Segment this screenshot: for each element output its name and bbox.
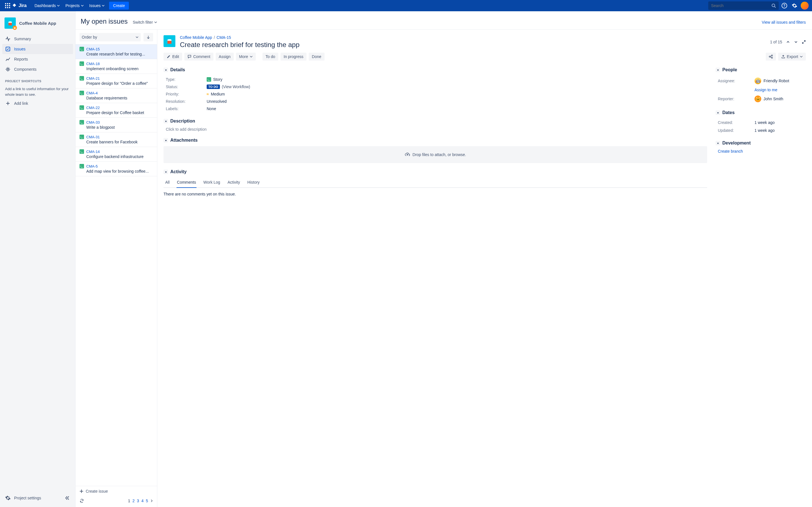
sidebar-reports[interactable]: Reports xyxy=(2,54,73,64)
tab-history[interactable]: History xyxy=(247,178,260,188)
nav-dashboards[interactable]: Dashboards xyxy=(32,3,63,8)
help-icon[interactable]: ? xyxy=(780,1,789,10)
collapse-icon[interactable]: ▾ xyxy=(716,68,720,72)
assign-to-me-link[interactable]: Assign to me xyxy=(755,88,777,92)
nav-issues[interactable]: Issues xyxy=(87,3,107,8)
status-done-button[interactable]: Done xyxy=(309,53,324,61)
switch-filter[interactable]: Switch filter xyxy=(133,20,157,24)
issues-icon xyxy=(5,46,11,52)
project-settings-link[interactable]: Project settings xyxy=(14,496,41,500)
svg-line-10 xyxy=(774,6,776,8)
comment-button[interactable]: Comment xyxy=(185,53,213,61)
search-box[interactable] xyxy=(708,1,779,10)
page-2[interactable]: 2 xyxy=(133,499,135,503)
export-button[interactable]: Export xyxy=(778,53,806,61)
edit-button[interactable]: Edit xyxy=(163,53,182,61)
user-avatar[interactable] xyxy=(801,2,809,10)
search-input[interactable] xyxy=(711,3,771,8)
issue-detail: Coffee Mobile App / CMA-15 Create resear… xyxy=(157,30,812,507)
view-workflow-link[interactable]: (View Workflow) xyxy=(222,84,250,89)
create-branch-link[interactable]: Create branch xyxy=(718,149,743,154)
issue-row[interactable]: CMA-22Prepare design for Coffee basket xyxy=(75,103,157,118)
page-5[interactable]: 5 xyxy=(146,499,148,503)
tab-all[interactable]: All xyxy=(165,178,170,188)
status-inprogress-button[interactable]: In progress xyxy=(281,53,306,61)
svg-rect-1 xyxy=(7,3,8,4)
issue-key: CMA-33 xyxy=(86,120,100,124)
issue-summary: Prepare design for Coffee basket xyxy=(80,110,153,115)
svg-point-15 xyxy=(8,21,12,22)
tab-activity[interactable]: Activity xyxy=(227,178,241,188)
plus-icon xyxy=(5,101,11,106)
pagination: 12345 xyxy=(75,496,157,507)
reports-icon xyxy=(5,56,11,62)
page-4[interactable]: 4 xyxy=(141,499,144,503)
svg-point-22 xyxy=(771,55,772,56)
no-comments-message: There are no comments yet on this issue. xyxy=(163,192,707,196)
view-all-link[interactable]: View all issues and filters xyxy=(762,20,806,24)
status-todo-button[interactable]: To do xyxy=(262,53,278,61)
create-button[interactable]: Create xyxy=(109,2,129,10)
issue-title: Create research brief for testing the ap… xyxy=(180,41,765,49)
shortcuts-heading: PROJECT SHORTCUTS xyxy=(2,74,73,84)
collapse-icon[interactable]: ▾ xyxy=(163,170,168,174)
jira-logo[interactable]: Jira xyxy=(12,3,27,8)
sort-direction-button[interactable] xyxy=(144,33,153,41)
svg-rect-6 xyxy=(5,7,6,8)
create-issue-button[interactable]: Create issue xyxy=(75,486,157,496)
collapse-icon[interactable]: ▾ xyxy=(163,119,168,123)
collapse-icon[interactable]: ▾ xyxy=(163,138,168,143)
settings-icon[interactable] xyxy=(790,1,799,10)
issue-row[interactable]: CMA-18Implement onboarding screen xyxy=(75,59,157,74)
priority-icon: ≈ xyxy=(207,92,209,96)
page-1[interactable]: 1 xyxy=(128,499,130,503)
order-by-dropdown[interactable]: Order by xyxy=(80,33,141,41)
nav-projects[interactable]: Projects xyxy=(63,3,87,8)
attachment-dropzone[interactable]: Drop files to attach, or browse. xyxy=(163,146,707,163)
svg-point-21 xyxy=(769,56,770,57)
next-page-icon[interactable] xyxy=(150,499,153,502)
prev-issue-icon[interactable] xyxy=(786,40,790,44)
issue-row[interactable]: CMA-15Create research brief for testing.… xyxy=(75,45,157,59)
svg-point-9 xyxy=(772,4,775,7)
description-placeholder[interactable]: Click to add description xyxy=(163,127,707,131)
top-nav: Jira Dashboards Projects Issues Create ? xyxy=(0,0,812,11)
refresh-icon[interactable] xyxy=(80,499,84,503)
sidebar-label: Reports xyxy=(14,57,28,61)
sidebar-issues[interactable]: Issues xyxy=(2,44,73,54)
more-button[interactable]: More xyxy=(236,53,256,61)
issue-row[interactable]: CMA-33Write a blogpost xyxy=(75,118,157,132)
issue-row[interactable]: CMA-5Add map view for browsing coffee... xyxy=(75,162,157,176)
breadcrumb-key[interactable]: CMA-15 xyxy=(216,35,231,40)
sidebar-components[interactable]: Components xyxy=(2,64,73,74)
details-panel: ▾Details Type:Story Status:TO DO(View Wo… xyxy=(163,67,707,112)
issue-summary: Configure backend infrastructure xyxy=(80,154,153,159)
issue-row[interactable]: CMA-31Create banners for Facebook xyxy=(75,132,157,147)
issue-summary: Create banners for Facebook xyxy=(80,140,153,144)
story-icon xyxy=(207,77,211,82)
collapse-icon[interactable]: ▾ xyxy=(716,110,720,115)
next-issue-icon[interactable] xyxy=(794,40,798,44)
attachments-panel: ▾Attachments Drop files to attach, or br… xyxy=(163,138,707,163)
add-link-button[interactable]: Add link xyxy=(2,99,73,108)
issue-summary: Write a blogpost xyxy=(80,125,153,129)
tab-comments[interactable]: Comments xyxy=(176,178,197,188)
issue-list: CMA-15Create research brief for testing.… xyxy=(75,45,157,486)
sidebar-collapse-icon[interactable] xyxy=(64,495,70,501)
development-panel: ▾Development Create branch xyxy=(716,140,806,154)
project-icon xyxy=(163,35,175,47)
collapse-icon[interactable]: ▾ xyxy=(163,68,168,72)
issue-row[interactable]: CMA-14Configure backend infrastructure xyxy=(75,147,157,162)
collapse-icon[interactable]: ▾ xyxy=(716,141,720,145)
issue-row[interactable]: CMA-21Prepare design for "Order a coffee… xyxy=(75,74,157,89)
app-switcher-icon[interactable] xyxy=(3,3,12,8)
breadcrumb-project[interactable]: Coffee Mobile App xyxy=(180,35,212,40)
sidebar-summary[interactable]: Summary xyxy=(2,34,73,44)
assign-button[interactable]: Assign xyxy=(216,53,234,61)
share-button[interactable] xyxy=(766,53,776,61)
gear-icon[interactable] xyxy=(5,495,11,501)
expand-icon[interactable] xyxy=(802,40,806,44)
page-3[interactable]: 3 xyxy=(137,499,139,503)
issue-row[interactable]: CMA-4Database requirements xyxy=(75,89,157,103)
tab-work-log[interactable]: Work Log xyxy=(203,178,221,188)
